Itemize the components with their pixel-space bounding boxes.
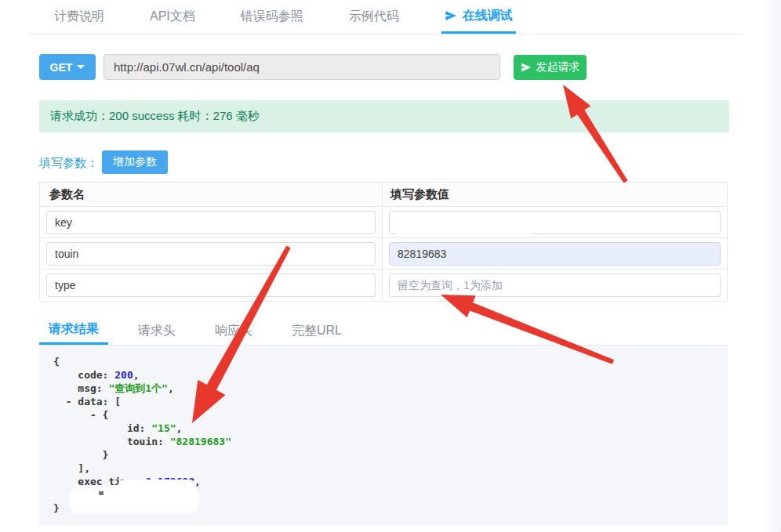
api-debug-page: 计费说明 API文档 错误码参照 示例代码 在线调试 GET 发起请求: [0, 0, 781, 532]
result-tab-bar: 请求结果 请求头 响应头 完整URL: [39, 317, 728, 346]
tab-label: 在线调试: [463, 8, 513, 24]
url-input[interactable]: [104, 54, 500, 80]
tab-api-docs[interactable]: API文档: [147, 0, 198, 34]
param-value-input-type[interactable]: [389, 273, 721, 297]
table-row: [40, 207, 727, 238]
add-param-button[interactable]: 增加参数: [102, 150, 168, 174]
tab-full-url[interactable]: 完整URL: [282, 317, 351, 345]
tab-request-headers[interactable]: 请求头: [129, 317, 185, 345]
json-code-line: touin: "82819683": [53, 435, 728, 448]
tab-label: 请求结果: [49, 321, 99, 338]
tab-response-headers[interactable]: 响应头: [205, 317, 262, 345]
json-code-line: {: [53, 355, 728, 368]
send-request-button[interactable]: 发起请求: [514, 55, 587, 80]
json-code-line: ],: [53, 461, 728, 475]
request-bar: GET 发起请求: [39, 54, 587, 80]
param-name-input-touin[interactable]: [46, 242, 376, 266]
tab-online-debug[interactable]: 在线调试: [441, 0, 516, 34]
tab-label: 错误码参照: [241, 9, 303, 25]
json-code-line: code: 200,: [53, 368, 728, 382]
param-name-input-key[interactable]: [46, 211, 376, 234]
tab-billing-info[interactable]: 计费说明: [51, 0, 107, 34]
json-code-line: id: "15",: [53, 422, 728, 435]
json-code-line: msg: "查询到1个",: [53, 382, 728, 395]
send-request-label: 发起请求: [536, 60, 580, 74]
request-success-alert: 请求成功：200 success 耗时：276 毫秒: [39, 100, 729, 132]
param-value-input-touin[interactable]: [389, 242, 721, 266]
param-table-header: 参数名 填写参数值: [40, 183, 727, 207]
chevron-down-icon: [77, 65, 85, 69]
paper-plane-icon: [521, 62, 532, 73]
param-name-input-type[interactable]: [46, 273, 376, 297]
tab-label: 完整URL: [292, 323, 342, 339]
tab-label: 示例代码: [349, 9, 399, 25]
table-row: [40, 270, 727, 301]
tab-label: 响应头: [215, 323, 252, 339]
redaction-blob: [396, 230, 532, 237]
page-right-edge: [762, 0, 781, 532]
method-label: GET: [50, 61, 73, 74]
method-dropdown-button[interactable]: GET: [39, 54, 96, 80]
tab-sample-code[interactable]: 示例代码: [346, 0, 402, 34]
tab-label: 请求头: [138, 323, 176, 339]
json-code-line: }: [53, 448, 728, 461]
table-row: [40, 238, 727, 270]
json-code-line: - data: [: [53, 395, 728, 408]
tab-label: API文档: [150, 9, 195, 25]
redaction-blob: [69, 487, 199, 513]
redaction-speck: [99, 491, 104, 495]
params-section-label: 填写参数：: [39, 156, 98, 171]
paper-plane-icon: [445, 9, 457, 22]
param-table: 参数名 填写参数值: [39, 182, 728, 302]
arrow-to-send-button: [563, 85, 628, 183]
param-value-header: 填写参数值: [383, 183, 727, 206]
json-code-line: - {: [53, 408, 728, 422]
alert-text: 请求成功：200 success 耗时：276 毫秒: [50, 109, 260, 124]
param-name-header: 参数名: [40, 183, 383, 206]
tab-label: 计费说明: [54, 9, 104, 25]
tab-request-result[interactable]: 请求结果: [39, 317, 108, 345]
tab-error-codes[interactable]: 错误码参照: [238, 0, 307, 34]
top-tab-bar: 计费说明 API文档 错误码参照 示例代码 在线调试: [28, 0, 743, 34]
